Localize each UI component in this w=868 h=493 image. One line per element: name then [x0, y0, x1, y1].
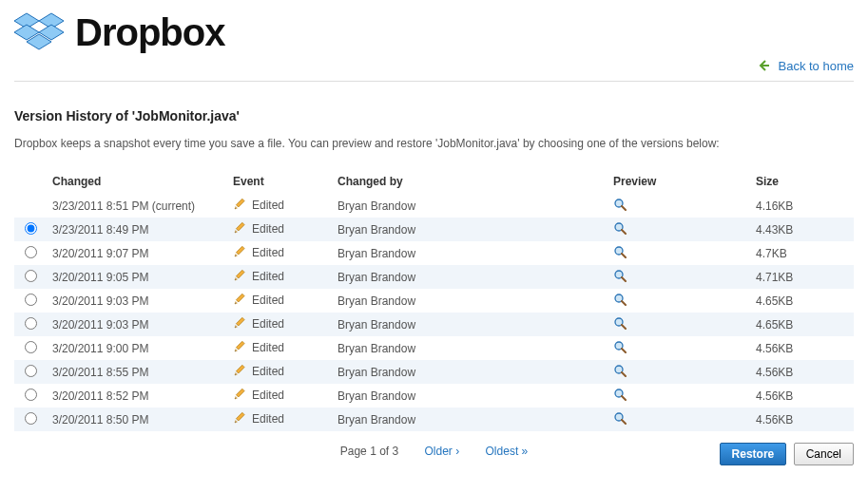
magnify-icon[interactable]	[613, 221, 627, 237]
event-text: Edited	[252, 317, 284, 331]
size-cell: 4.56KB	[750, 384, 854, 408]
event-cell: Edited	[227, 384, 332, 408]
version-radio[interactable]	[25, 317, 37, 330]
svg-line-9	[622, 206, 626, 210]
preview-cell	[608, 360, 750, 384]
table-row: 3/20/2011 8:50 PMEditedBryan Brandow4.56…	[14, 408, 854, 431]
table-row: 3/23/2011 8:49 PMEditedBryan Brandow4.43…	[14, 218, 854, 241]
table-row: 3/20/2011 9:03 PMEditedBryan Brandow4.65…	[14, 313, 854, 336]
preview-cell	[608, 194, 750, 218]
size-cell: 4.65KB	[750, 289, 854, 313]
changedby-cell: Bryan Brandow	[332, 408, 608, 431]
restore-button[interactable]: Restore	[720, 443, 787, 465]
version-radio[interactable]	[25, 246, 37, 258]
magnify-icon[interactable]	[613, 388, 627, 404]
svg-rect-50	[236, 413, 244, 422]
changed-cell: 3/20/2011 9:05 PM	[47, 265, 227, 289]
pencil-icon	[233, 245, 246, 261]
dropbox-logo-icon	[14, 9, 64, 55]
table-row: 3/20/2011 9:00 PMEditedBryan Brandow4.56…	[14, 336, 854, 360]
version-radio[interactable]	[25, 389, 37, 401]
preview-cell	[608, 313, 750, 336]
version-radio[interactable]	[25, 412, 37, 425]
pencil-icon	[233, 198, 246, 214]
size-cell: 4.65KB	[750, 313, 854, 336]
cancel-button[interactable]: Cancel	[794, 443, 854, 465]
svg-line-39	[622, 349, 626, 352]
changedby-cell: Bryan Brandow	[332, 218, 608, 241]
svg-line-14	[622, 230, 626, 234]
col-event: Event	[227, 171, 332, 194]
version-table: Changed Event Changed by Preview Size 3/…	[14, 171, 854, 431]
svg-line-54	[622, 420, 626, 424]
magnify-icon[interactable]	[613, 316, 627, 332]
changed-cell: 3/20/2011 8:55 PM	[47, 360, 227, 384]
changedby-cell: Bryan Brandow	[332, 194, 608, 218]
svg-rect-45	[236, 389, 244, 398]
size-cell: 4.56KB	[750, 336, 854, 360]
changed-cell: 3/20/2011 8:50 PM	[47, 408, 227, 431]
event-text: Edited	[252, 246, 284, 259]
event-cell: Edited	[227, 336, 332, 360]
changed-cell: 3/20/2011 8:52 PM	[47, 384, 227, 408]
pager-older[interactable]: Older ›	[425, 445, 460, 458]
event-text: Edited	[252, 365, 284, 378]
event-text: Edited	[252, 222, 284, 236]
svg-rect-40	[236, 366, 244, 374]
changedby-cell: Bryan Brandow	[332, 289, 608, 313]
event-text: Edited	[252, 270, 284, 283]
event-text: Edited	[252, 389, 284, 402]
event-cell: Edited	[227, 313, 332, 336]
changed-cell: 3/20/2011 9:03 PM	[47, 313, 227, 336]
pencil-icon	[233, 221, 246, 237]
magnify-icon[interactable]	[613, 245, 627, 261]
event-cell: Edited	[227, 360, 332, 384]
event-cell: Edited	[227, 289, 332, 313]
back-to-home-link[interactable]: Back to home	[779, 59, 855, 73]
pencil-icon	[233, 364, 246, 380]
size-cell: 4.56KB	[750, 408, 854, 431]
svg-line-19	[622, 254, 626, 257]
magnify-icon[interactable]	[613, 293, 627, 309]
event-cell: Edited	[227, 265, 332, 289]
footer: Page 1 of 3 Older › Oldest » Restore Can…	[14, 445, 854, 469]
version-radio[interactable]	[25, 270, 37, 282]
action-buttons: Restore Cancel	[720, 443, 854, 465]
size-cell: 4.56KB	[750, 360, 854, 384]
changed-cell: 3/20/2011 9:07 PM	[47, 241, 227, 265]
version-radio[interactable]	[25, 294, 37, 306]
version-radio[interactable]	[25, 222, 37, 235]
event-text: Edited	[252, 412, 284, 426]
event-text: Edited	[252, 294, 284, 307]
magnify-icon[interactable]	[613, 364, 627, 380]
size-cell: 4.16KB	[750, 194, 854, 218]
version-radio[interactable]	[25, 341, 37, 353]
version-radio[interactable]	[25, 365, 37, 377]
svg-rect-25	[236, 294, 244, 303]
preview-cell	[608, 289, 750, 313]
col-preview: Preview	[608, 171, 750, 194]
event-cell: Edited	[227, 218, 332, 241]
pencil-icon	[233, 269, 246, 285]
event-cell: Edited	[227, 408, 332, 431]
changed-cell: 3/23/2011 8:51 PM (current)	[47, 194, 227, 218]
table-row: 3/20/2011 8:55 PMEditedBryan Brandow4.56…	[14, 360, 854, 384]
svg-rect-35	[236, 342, 244, 351]
preview-cell	[608, 265, 750, 289]
event-text: Edited	[252, 199, 284, 212]
size-cell: 4.71KB	[750, 265, 854, 289]
table-row: 3/20/2011 9:05 PMEditedBryan Brandow4.71…	[14, 265, 854, 289]
col-changedby: Changed by	[332, 171, 608, 194]
changed-cell: 3/20/2011 9:03 PM	[47, 289, 227, 313]
magnify-icon[interactable]	[613, 340, 627, 356]
magnify-icon[interactable]	[613, 411, 627, 427]
svg-rect-20	[236, 271, 244, 279]
magnify-icon[interactable]	[613, 269, 627, 285]
changedby-cell: Bryan Brandow	[332, 265, 608, 289]
svg-line-49	[622, 396, 626, 400]
pencil-icon	[233, 293, 246, 309]
pager-oldest[interactable]: Oldest »	[486, 445, 529, 458]
magnify-icon[interactable]	[613, 198, 627, 214]
size-cell: 4.43KB	[750, 218, 854, 241]
pencil-icon	[233, 340, 246, 356]
